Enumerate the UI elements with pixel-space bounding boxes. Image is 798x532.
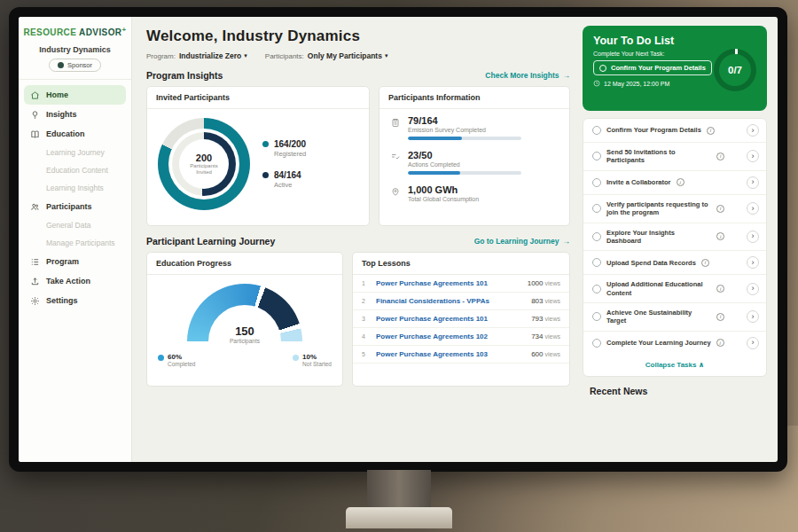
sidebar-item-label: Manage Participants <box>46 239 115 247</box>
program-select[interactable]: Industrialize Zero ▾ <box>179 51 247 60</box>
checkbox-icon[interactable] <box>592 285 601 293</box>
arrow-right-icon: → <box>563 237 571 246</box>
next-task-chip[interactable]: Confirm Your Program Details <box>593 60 712 75</box>
logo-advisor: ADVISOR <box>79 27 121 37</box>
info-icon[interactable]: i <box>677 178 685 186</box>
sidebar-item-general-data[interactable]: General Data <box>19 216 131 234</box>
todo-title: Your To Do List <box>593 35 756 47</box>
chevron-down-icon: ▾ <box>244 52 247 59</box>
sidebar-item-label: Learning Journey <box>46 148 105 157</box>
todo-progress-value: 0/7 <box>728 65 742 75</box>
todo-task[interactable]: Achieve One Sustainability Target i › <box>583 303 766 332</box>
sidebar-item-insights[interactable]: Insights <box>19 105 131 124</box>
participants-select[interactable]: Only My Participants ▾ <box>308 51 388 60</box>
participants-filter-label: Participants: <box>265 52 304 60</box>
donut-center-label: Participants Invited <box>184 163 223 176</box>
sidebar-item-settings[interactable]: Settings <box>19 291 131 310</box>
info-icon[interactable]: i <box>716 313 724 321</box>
todo-task[interactable]: Send 50 Invitations to Participants i › <box>583 143 766 171</box>
monitor-stand-base <box>346 507 452 528</box>
chevron-right-icon[interactable]: › <box>747 310 759 323</box>
home-icon <box>30 90 40 100</box>
section-title-learning-journey: Participant Learning Journey <box>146 236 275 246</box>
lightbulb-icon <box>30 110 40 120</box>
info-icon[interactable]: i <box>716 153 724 160</box>
lesson-link[interactable]: Power Purchase Agreements 101 <box>376 279 520 287</box>
sidebar-item-learning-journey[interactable]: Learning Journey <box>19 144 131 161</box>
chevron-right-icon[interactable]: › <box>747 176 759 189</box>
card-title: Invited Participants <box>147 87 369 109</box>
lesson-link[interactable]: Power Purchase Agreements 102 <box>376 332 524 340</box>
clock-icon <box>593 80 600 87</box>
stat-global-consumption: 1,000 GWh Total Global Consumption <box>379 178 569 206</box>
lesson-link[interactable]: Power Purchase Agreements 103 <box>376 350 524 358</box>
collapse-tasks-link[interactable]: Collapse Tasks ∧ <box>583 355 766 374</box>
checkbox-icon[interactable] <box>592 152 601 160</box>
todo-task[interactable]: Complete Your Learning Journey i › <box>583 332 766 355</box>
sponsor-badge-icon <box>58 62 64 68</box>
education-progress-card: Education Progress 150 Participants <box>146 252 343 387</box>
todo-progress-ring: 0/7 <box>714 49 756 91</box>
lesson-row: 1 Power Purchase Agreements 101 1000view… <box>353 275 569 293</box>
checkbox-icon[interactable] <box>592 312 601 321</box>
chevron-right-icon[interactable]: › <box>747 256 759 269</box>
sidebar-item-learning-insights[interactable]: Learning Insights <box>19 179 131 197</box>
invited-participants-donut-chart: 200 Participants Invited <box>158 118 250 210</box>
todo-task[interactable]: Upload Additional Educational Content i … <box>583 275 766 303</box>
sidebar-item-label: Program <box>46 257 79 266</box>
sidebar-item-education[interactable]: Education <box>19 124 131 144</box>
location-pin-icon <box>390 184 401 200</box>
checkbox-icon[interactable] <box>592 126 601 135</box>
check-more-insights-link[interactable]: Check More Insights → <box>485 71 570 80</box>
info-icon[interactable]: i <box>707 127 715 135</box>
participants-information-card: Participants Information 79/164 Emission… <box>379 86 570 226</box>
chevron-right-icon[interactable]: › <box>747 337 759 349</box>
checkbox-icon[interactable] <box>592 204 601 213</box>
todo-task[interactable]: Confirm Your Program Details i › <box>583 119 766 143</box>
checkbox-icon[interactable] <box>599 65 606 72</box>
info-icon[interactable]: i <box>701 259 709 267</box>
chevron-right-icon[interactable]: › <box>747 283 759 295</box>
checkbox-icon[interactable] <box>592 339 601 348</box>
main-content: Welcome, Industry Dynamics Program: Indu… <box>132 17 581 462</box>
list-icon <box>30 257 40 267</box>
checkbox-icon[interactable] <box>592 258 601 267</box>
chevron-down-icon: ▾ <box>385 52 388 59</box>
clipboard-icon <box>390 115 401 131</box>
sidebar-item-manage-participants[interactable]: Manage Participants <box>19 234 131 252</box>
filter-bar: Program: Industrialize Zero ▾ Participan… <box>146 51 570 60</box>
todo-task[interactable]: Verify participants requesting to join t… <box>583 195 766 223</box>
lesson-link[interactable]: Financial Considerations - VPPAs <box>376 297 524 305</box>
checkbox-icon[interactable] <box>592 232 601 241</box>
chevron-right-icon[interactable]: › <box>747 124 759 137</box>
sidebar-item-education-content[interactable]: Education Content <box>19 161 131 179</box>
card-title: Top Lessons <box>353 253 569 275</box>
info-icon[interactable]: i <box>716 339 724 347</box>
chevron-right-icon[interactable]: › <box>747 202 759 215</box>
sidebar-item-home[interactable]: Home <box>24 85 126 105</box>
recent-news-title: Recent News <box>590 386 767 396</box>
checkbox-icon[interactable] <box>592 178 601 187</box>
sponsor-badge: Sponsor <box>49 59 101 72</box>
lesson-link[interactable]: Power Purchase Agreements 101 <box>376 315 524 323</box>
sidebar-item-program[interactable]: Program <box>19 252 131 271</box>
gauge-center-label: Participants <box>187 338 302 344</box>
education-progress-gauge-chart: 150 Participants <box>187 284 302 342</box>
sidebar-item-participants[interactable]: Participants <box>19 197 131 216</box>
todo-task[interactable]: Invite a Collaborator i › <box>583 171 766 195</box>
chevron-right-icon[interactable]: › <box>747 150 759 162</box>
book-icon <box>30 129 40 139</box>
info-icon[interactable]: i <box>716 205 724 213</box>
todo-task[interactable]: Upload Spend Data Records i › <box>583 251 766 275</box>
sidebar-item-take-action[interactable]: Take Action <box>19 271 131 291</box>
lesson-row: 4 Power Purchase Agreements 102 734views <box>353 328 569 346</box>
info-icon[interactable]: i <box>716 285 724 293</box>
go-to-learning-journey-link[interactable]: Go to Learning Journey → <box>474 237 570 246</box>
sidebar-item-label: Settings <box>46 296 78 305</box>
chevron-right-icon[interactable]: › <box>747 231 759 243</box>
todo-task[interactable]: Explore Your Insights Dashboard i › <box>583 223 766 252</box>
sidebar-item-label: Education <box>46 129 85 138</box>
actions-progress-bar <box>408 171 521 175</box>
info-icon[interactable]: i <box>716 232 724 240</box>
participants-select-value: Only My Participants <box>308 51 382 60</box>
